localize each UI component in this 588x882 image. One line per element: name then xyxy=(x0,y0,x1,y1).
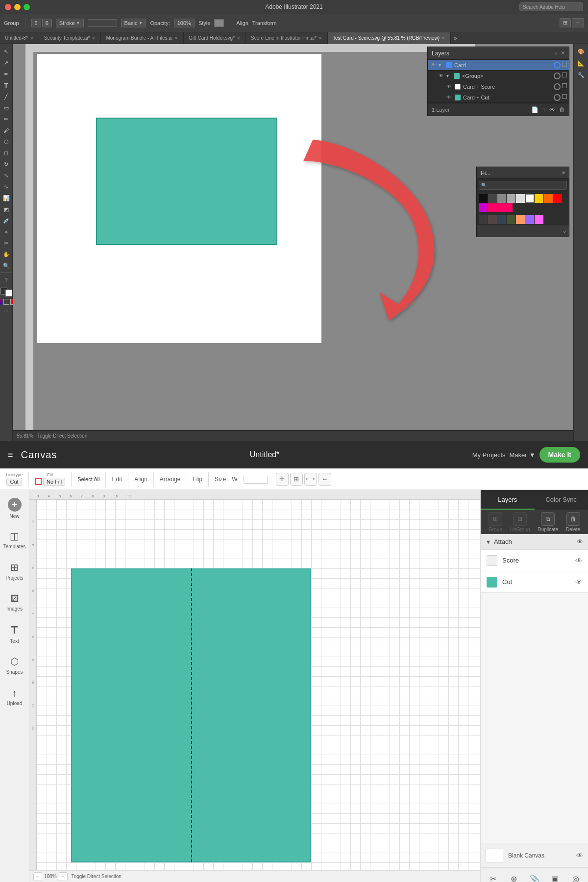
ds-width-input[interactable] xyxy=(244,475,268,484)
ai-tab-close-3[interactable]: ✕ xyxy=(174,36,178,41)
ai-layer-move-icon[interactable]: ↑ xyxy=(542,106,545,113)
ds-make-it-btn[interactable]: Make It xyxy=(539,447,580,463)
swatch-dk1[interactable] xyxy=(479,215,488,224)
ai-color-collapse-icon[interactable]: ⌵ xyxy=(563,227,566,234)
ds-align-label[interactable]: Align xyxy=(134,476,147,483)
ai-layer-eye-1[interactable]: 👁 xyxy=(430,62,437,69)
ai-extra-btn-2[interactable]: ↔ xyxy=(572,18,584,27)
ai-layer-card[interactable]: 👁 ▼ Card xyxy=(428,60,569,71)
fill-selector[interactable] xyxy=(5,290,12,296)
ds-width-field[interactable] xyxy=(244,476,268,484)
tool-zoom[interactable]: 🔍 xyxy=(1,260,12,271)
ds-zoom-in-btn[interactable]: + xyxy=(59,872,68,881)
ai-tab-close-2[interactable]: ✕ xyxy=(92,36,96,41)
ds-nav-images[interactable]: 🖼 Images xyxy=(2,588,27,617)
ai-layer-card-score[interactable]: 👁 Card + Score xyxy=(428,81,569,92)
tool-eyedropper[interactable]: 💉 xyxy=(1,215,12,226)
ds-nav-projects[interactable]: ⊞ Projects xyxy=(2,557,27,586)
ds-maker-btn[interactable]: Maker ▼ xyxy=(510,451,536,459)
ds-layer-score[interactable]: Score 👁 xyxy=(481,550,588,571)
ds-canvas-area[interactable]: 3 4 5 6 7 8 9 10 11 3 4 5 6 7 8 9 xyxy=(29,490,480,882)
ds-arrange-label[interactable]: Arrange xyxy=(160,476,181,483)
ai-tab-close-4[interactable]: ✕ xyxy=(237,36,241,41)
ds-action-group[interactable]: ⊞ Group xyxy=(489,512,502,532)
ds-nav-templates[interactable]: ◫ Templates xyxy=(2,525,27,555)
ai-color-search[interactable]: 🔍 xyxy=(479,181,567,190)
swatch-violet[interactable] xyxy=(525,215,534,224)
color-mode-gradient[interactable] xyxy=(0,299,2,305)
ai-tab-untitled8[interactable]: Untitled-8* ✕ xyxy=(0,32,39,44)
tool-gradient[interactable]: ◩ xyxy=(1,204,12,215)
ai-tabs-more[interactable]: » xyxy=(451,35,460,42)
ds-linetype-control[interactable]: Linetype Cut xyxy=(6,472,23,486)
tool-warp[interactable]: ∿ xyxy=(1,181,12,192)
ai-tab-close-6[interactable]: ✕ xyxy=(441,36,445,41)
ds-action-weld[interactable]: ⊕ Weld xyxy=(503,870,524,882)
tool-scissors[interactable]: ✂ xyxy=(1,238,12,248)
ds-flip-label[interactable]: Flip xyxy=(193,476,202,483)
swatch-purple[interactable] xyxy=(479,203,488,212)
ai-num1[interactable]: 6 xyxy=(31,19,41,27)
opacity-value[interactable]: 100% xyxy=(174,19,195,27)
ai-right-icon-1[interactable]: 🎨 xyxy=(576,46,587,57)
ds-nav-text[interactable]: T Text xyxy=(2,619,27,649)
swatch-yellow[interactable] xyxy=(535,194,543,203)
ds-tab-layers[interactable]: Layers xyxy=(481,490,535,510)
tool-line[interactable]: ╱ xyxy=(1,91,12,102)
swatch-magenta[interactable] xyxy=(535,215,543,224)
ds-nav-upload[interactable]: ↑ Upload xyxy=(2,682,27,711)
ds-select-all-btn[interactable]: Select All xyxy=(77,476,99,482)
ds-nav-new[interactable]: + New xyxy=(2,494,27,523)
tool-eraser[interactable]: ◻ xyxy=(1,147,12,158)
ai-layer-target-2[interactable] xyxy=(554,73,561,79)
ai-right-icon-2[interactable]: 📐 xyxy=(576,58,587,69)
maximize-button[interactable] xyxy=(24,4,30,10)
ds-toolbar-flip-icon[interactable]: ↔ xyxy=(318,473,331,486)
ai-extra-btn-1[interactable]: ⊞ xyxy=(560,18,571,27)
ds-attach-eye[interactable]: 👁 xyxy=(577,538,583,545)
ai-layer-arrow-1[interactable]: ▼ xyxy=(438,63,443,68)
tool-text[interactable]: T xyxy=(1,80,12,91)
ds-nav-shapes[interactable]: ⬡ Shapes xyxy=(2,651,27,680)
ds-action-ungroup[interactable]: ⊟ UnGroup xyxy=(510,512,530,532)
tool-pencil[interactable]: ✏ xyxy=(1,114,12,124)
tool-question[interactable]: ? xyxy=(1,274,12,285)
ai-tab-giftcard[interactable]: Gift Card Holder.svg* ✕ xyxy=(184,32,246,44)
ai-layer-target-4[interactable] xyxy=(554,94,561,101)
ai-tab-close-5[interactable]: ✕ xyxy=(318,36,322,41)
ai-tab-security[interactable]: Security Template.ai* ✕ xyxy=(39,32,101,44)
ai-layer-target-3[interactable] xyxy=(554,83,561,90)
ai-layer-eye-2[interactable]: 👁 xyxy=(438,73,444,79)
ai-tab-score[interactable]: Score Line in Illustrator Pin.ai* ✕ xyxy=(246,32,328,44)
ai-layer-arrow-2[interactable]: ▼ xyxy=(445,74,451,78)
ai-num2[interactable]: 6 xyxy=(42,19,52,27)
tool-scale[interactable]: ⤡ xyxy=(1,170,12,181)
swatch-orange[interactable] xyxy=(544,194,553,203)
ds-zoom-out-btn[interactable]: − xyxy=(33,872,42,881)
tool-select[interactable]: ↖ xyxy=(1,46,12,57)
swatch-dk4[interactable] xyxy=(507,215,515,224)
swatch-mid[interactable] xyxy=(497,194,506,203)
ds-blank-canvas-icon[interactable]: 👁 xyxy=(576,852,583,859)
tool-edit-toolbar[interactable]: ··· xyxy=(1,305,12,316)
tool-graph[interactable]: 📊 xyxy=(1,193,12,203)
ai-layers-close-icon[interactable]: ✕ xyxy=(561,50,565,56)
ai-right-icon-3[interactable]: 🔧 xyxy=(576,70,587,80)
tool-pen[interactable]: ✒ xyxy=(1,69,12,79)
swatch-pink-wide[interactable] xyxy=(488,203,513,212)
style-dropdown[interactable]: Basic ▼ xyxy=(121,19,147,27)
ai-layer-target-1[interactable] xyxy=(554,62,561,69)
swatch-dk3[interactable] xyxy=(497,215,506,224)
ds-layer-score-eye[interactable]: 👁 xyxy=(575,557,582,564)
ai-tab-close-1[interactable]: ✕ xyxy=(30,36,34,41)
ai-layer-lock-3[interactable] xyxy=(562,83,567,88)
ai-search-box[interactable]: Search Adobe Help xyxy=(519,2,583,11)
ai-layer-add-icon[interactable]: 📄 xyxy=(531,106,539,113)
ai-layer-lock-2[interactable] xyxy=(562,73,567,77)
tool-blend[interactable]: ⟡ xyxy=(1,226,12,237)
ai-tab-testcard[interactable]: Test Card - Score.svg @ 55.81 % (RGB/Pre… xyxy=(328,32,451,44)
ai-layer-lock-1[interactable] xyxy=(562,62,567,67)
swatch-red[interactable] xyxy=(553,194,562,203)
swatch-black[interactable] xyxy=(479,194,488,203)
ai-layer-lock-4[interactable] xyxy=(562,94,567,99)
